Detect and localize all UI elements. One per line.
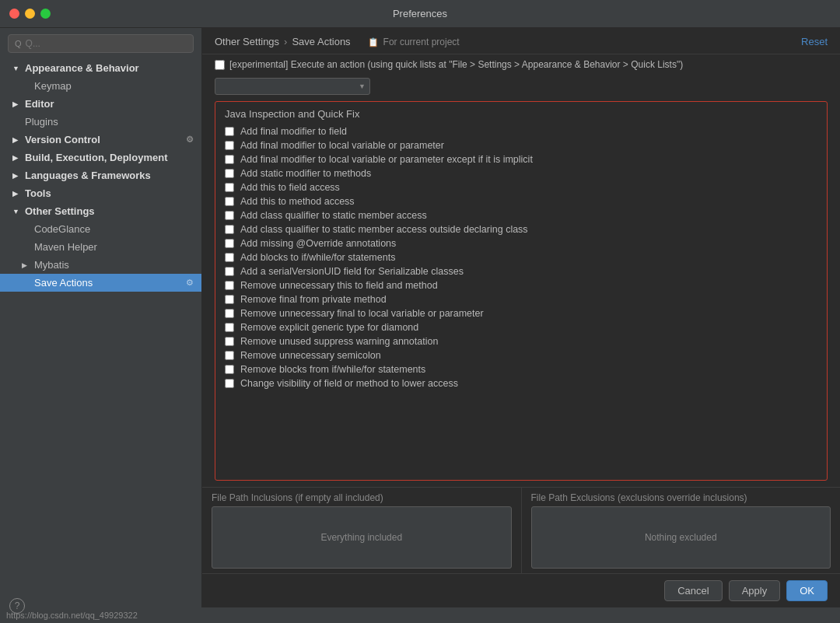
vcs-icon: ⚙ <box>186 135 194 145</box>
sidebar-item-label: CodeGlance <box>34 223 90 235</box>
item-label-11: Remove unnecessary this to field and met… <box>240 280 438 291</box>
checkbox-3[interactable] <box>225 169 234 178</box>
sidebar-item-label: Version Control <box>25 134 100 145</box>
action-dropdown[interactable] <box>215 78 370 95</box>
checkbox-2[interactable] <box>225 155 234 164</box>
title-bar: Preferences <box>0 0 840 28</box>
sidebar-item-label: Appearance & Behavior <box>25 62 139 74</box>
chevron-down-icon: ▼ <box>12 208 22 215</box>
sidebar-item-other-settings[interactable]: ▼ Other Settings <box>0 202 201 220</box>
checkbox-1[interactable] <box>225 141 234 150</box>
exclusions-empty-label: Nothing excluded <box>537 532 826 543</box>
checkbox-0[interactable] <box>225 127 234 136</box>
file-paths: File Path Inclusions (if empty all inclu… <box>202 487 840 573</box>
cancel-button[interactable]: Cancel <box>664 580 722 601</box>
checkbox-17[interactable] <box>225 365 234 374</box>
checkbox-18[interactable] <box>225 379 234 388</box>
file-exclusions-panel: File Path Exclusions (exclusions overrid… <box>522 488 841 573</box>
sidebar-item-label: Languages & Frameworks <box>25 170 151 181</box>
inclusions-label: File Path Inclusions (if empty all inclu… <box>212 492 512 503</box>
sidebar-item-label: Other Settings <box>25 205 95 217</box>
sidebar-item-appearance[interactable]: ▼ Appearance & Behavior <box>0 59 201 77</box>
checkbox-5[interactable] <box>225 197 234 206</box>
item-label-4: Add this to field access <box>240 182 340 193</box>
window-controls[interactable] <box>9 9 51 19</box>
list-item: Add static modifier to methods <box>215 166 827 180</box>
sidebar-item-label: Keymap <box>34 80 72 92</box>
chevron-right-icon: ▶ <box>12 190 22 198</box>
sidebar-item-maven-helper[interactable]: Maven Helper <box>0 238 201 256</box>
window-title: Preferences <box>393 8 447 19</box>
item-label-5: Add this to method access <box>240 196 355 207</box>
help-icon[interactable]: ? <box>9 598 25 614</box>
item-label-10: Add a serialVersionUID field for Seriali… <box>240 266 464 277</box>
main-layout: Q ▼ Appearance & Behavior Keymap ▶ Edito… <box>0 28 840 607</box>
checkbox-9[interactable] <box>225 253 234 262</box>
breadcrumb-part-2: Save Actions <box>292 36 350 47</box>
list-item: Remove final from private method <box>215 292 827 306</box>
checkbox-15[interactable] <box>225 337 234 346</box>
content-area: Other Settings › Save Actions 📋 For curr… <box>202 28 840 607</box>
status-bar: https://blog.csdn.net/qq_49929322 <box>0 607 840 623</box>
chevron-down-icon: ▼ <box>12 65 22 72</box>
sidebar-item-save-actions[interactable]: Save Actions ⚙ <box>0 274 201 292</box>
maximize-button[interactable] <box>40 9 51 19</box>
sidebar-item-label: Mybatis <box>34 259 69 271</box>
checkbox-12[interactable] <box>225 295 234 304</box>
search-icon: Q <box>15 39 22 48</box>
sidebar-item-version-control[interactable]: ▶ Version Control ⚙ <box>0 131 201 149</box>
checkbox-16[interactable] <box>225 351 234 360</box>
ok-button[interactable]: OK <box>786 580 828 601</box>
checkbox-8[interactable] <box>225 239 234 248</box>
item-label-2: Add final modifier to local variable or … <box>240 154 533 165</box>
item-label-14: Remove explicit generic type for diamond <box>240 322 418 333</box>
item-label-7: Add class qualifier to static member acc… <box>240 224 528 235</box>
sidebar-item-label: Plugins <box>25 116 58 128</box>
checkbox-4[interactable] <box>225 183 234 192</box>
checkbox-6[interactable] <box>225 211 234 220</box>
reset-button[interactable]: Reset <box>801 36 828 47</box>
list-item: Add final modifier to field <box>215 124 827 138</box>
list-item: Add class qualifier to static member acc… <box>215 222 827 236</box>
list-item: Add missing @Override annotations <box>215 236 827 250</box>
checkbox-7[interactable] <box>225 225 234 234</box>
sidebar-item-tools[interactable]: ▶ Tools <box>0 184 201 202</box>
content-header: Other Settings › Save Actions 📋 For curr… <box>202 28 840 54</box>
item-label-6: Add class qualifier to static member acc… <box>240 210 427 221</box>
item-label-3: Add static modifier to methods <box>240 168 371 179</box>
breadcrumb: Other Settings › Save Actions 📋 For curr… <box>215 36 460 47</box>
dropdown-row: ▼ <box>202 75 840 101</box>
apply-button[interactable]: Apply <box>729 580 781 601</box>
sidebar-item-build[interactable]: ▶ Build, Execution, Deployment <box>0 149 201 166</box>
item-label-8: Add missing @Override annotations <box>240 238 396 249</box>
search-input[interactable] <box>26 38 187 49</box>
checkbox-11[interactable] <box>225 281 234 290</box>
close-button[interactable] <box>9 9 19 19</box>
project-link[interactable]: For current project <box>383 37 460 47</box>
sidebar-item-mybatis[interactable]: ▶ Mybatis <box>0 256 201 274</box>
sidebar-item-codeglance[interactable]: CodeGlance <box>0 220 201 238</box>
item-label-12: Remove final from private method <box>240 294 387 305</box>
inspection-box: Java Inspection and Quick Fix Add final … <box>215 101 828 481</box>
inclusions-list[interactable]: Everything included <box>212 506 512 569</box>
item-label-1: Add final modifier to local variable or … <box>240 140 444 151</box>
checkbox-10[interactable] <box>225 267 234 276</box>
sidebar-item-languages[interactable]: ▶ Languages & Frameworks <box>0 166 201 184</box>
sidebar-item-keymap[interactable]: Keymap <box>0 77 201 95</box>
clipboard-icon: 📋 <box>368 37 379 47</box>
sidebar-item-plugins[interactable]: Plugins <box>0 113 201 131</box>
item-label-16: Remove unnecessary semicolon <box>240 350 381 361</box>
item-label-18: Change visibility of field or method to … <box>240 378 458 389</box>
checkbox-13[interactable] <box>225 309 234 318</box>
options-row: [experimental] Execute an action (using … <box>202 54 840 75</box>
sidebar-item-label: Tools <box>25 187 51 199</box>
experimental-checkbox-label[interactable]: [experimental] Execute an action (using … <box>215 59 683 70</box>
experimental-checkbox[interactable] <box>215 60 225 70</box>
minimize-button[interactable] <box>25 9 35 19</box>
chevron-right-icon: ▶ <box>12 154 22 162</box>
exclusions-list[interactable]: Nothing excluded <box>531 506 831 569</box>
sidebar-item-editor[interactable]: ▶ Editor <box>0 95 201 113</box>
breadcrumb-separator: › <box>284 36 287 47</box>
search-box[interactable]: Q <box>8 34 194 53</box>
checkbox-14[interactable] <box>225 323 234 332</box>
